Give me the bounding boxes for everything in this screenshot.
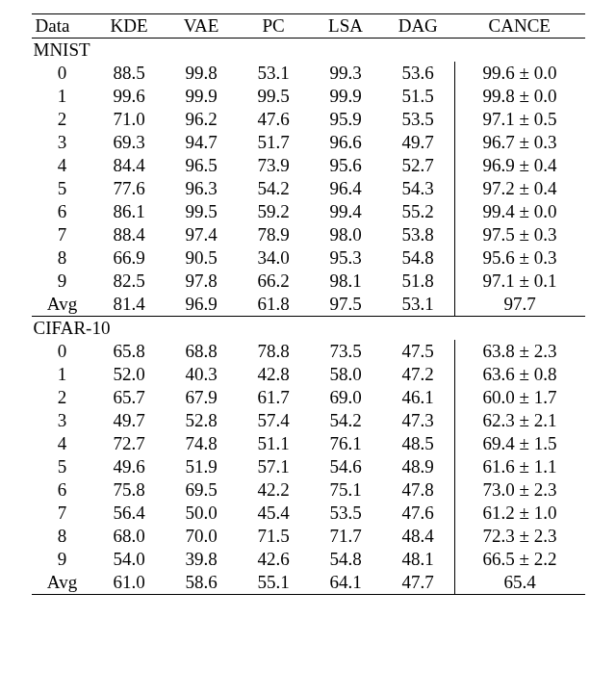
row-label: 7 — [32, 502, 93, 525]
cell-lsa: 64.1 — [310, 571, 382, 595]
row-label: 8 — [32, 525, 93, 548]
cell-kde: 86.1 — [93, 200, 166, 223]
cell-dag: 48.4 — [382, 525, 455, 548]
cell-cance: 61.2 ± 1.0 — [454, 502, 585, 525]
table-row: Avg81.496.961.897.553.197.7 — [32, 293, 585, 317]
table-row: 686.199.559.299.455.299.4 ± 0.0 — [32, 200, 585, 223]
cell-vae: 39.8 — [166, 548, 238, 571]
table-row: 152.040.342.858.047.263.6 ± 0.8 — [32, 363, 585, 386]
table-row: 088.599.853.199.353.699.6 ± 0.0 — [32, 62, 585, 85]
row-label: 3 — [32, 131, 93, 154]
row-label: Avg — [32, 571, 93, 595]
cell-kde: 81.4 — [93, 293, 166, 317]
cell-kde: 49.7 — [93, 409, 166, 432]
cell-kde: 69.3 — [93, 131, 166, 154]
table-row: 484.496.573.995.652.796.9 ± 0.4 — [32, 154, 585, 177]
cell-lsa: 99.4 — [310, 200, 382, 223]
cell-cance: 96.9 ± 0.4 — [454, 154, 585, 177]
cell-vae: 50.0 — [166, 502, 238, 525]
cell-kde: 68.0 — [93, 525, 166, 548]
cell-dag: 46.1 — [382, 386, 455, 409]
cell-vae: 96.2 — [166, 108, 238, 131]
cell-pc: 57.1 — [238, 455, 310, 478]
cell-cance: 66.5 ± 2.2 — [454, 548, 585, 571]
cell-vae: 67.9 — [166, 386, 238, 409]
cell-lsa: 98.1 — [310, 270, 382, 293]
cell-vae: 99.9 — [166, 85, 238, 108]
table-row: 866.990.534.095.354.895.6 ± 0.3 — [32, 246, 585, 270]
table-row: 349.752.857.454.247.362.3 ± 2.1 — [32, 409, 585, 432]
cell-cance: 97.1 ± 0.5 — [454, 108, 585, 131]
cell-lsa: 54.8 — [310, 548, 382, 571]
cell-dag: 53.6 — [382, 62, 455, 85]
cell-vae: 94.7 — [166, 131, 238, 154]
cell-cance: 63.8 ± 2.3 — [454, 340, 585, 363]
row-label: 4 — [32, 432, 93, 455]
cell-vae: 97.8 — [166, 270, 238, 293]
col-header-cance: CANCE — [454, 14, 585, 39]
cell-vae: 96.5 — [166, 154, 238, 177]
cell-cance: 97.1 ± 0.1 — [454, 270, 585, 293]
row-label: 6 — [32, 478, 93, 502]
cell-lsa: 54.6 — [310, 455, 382, 478]
cell-lsa: 76.1 — [310, 432, 382, 455]
cell-lsa: 95.6 — [310, 154, 382, 177]
cell-kde: 88.5 — [93, 62, 166, 85]
row-label: 2 — [32, 386, 93, 409]
cell-kde: 82.5 — [93, 270, 166, 293]
cell-lsa: 98.0 — [310, 223, 382, 246]
col-header-dag: DAG — [382, 14, 455, 39]
table-row: 756.450.045.453.547.661.2 ± 1.0 — [32, 502, 585, 525]
table-row: 472.774.851.176.148.569.4 ± 1.5 — [32, 432, 585, 455]
cell-vae: 99.8 — [166, 62, 238, 85]
table-row: 954.039.842.654.848.166.5 ± 2.2 — [32, 548, 585, 571]
cell-pc: 61.7 — [238, 386, 310, 409]
cell-kde: 56.4 — [93, 502, 166, 525]
section-label: CIFAR-10 — [32, 317, 585, 341]
cell-dag: 53.5 — [382, 108, 455, 131]
table-row: 982.597.866.298.151.897.1 ± 0.1 — [32, 270, 585, 293]
cell-vae: 96.9 — [166, 293, 238, 317]
cell-cance: 97.5 ± 0.3 — [454, 223, 585, 246]
cell-dag: 47.2 — [382, 363, 455, 386]
cell-pc: 59.2 — [238, 200, 310, 223]
cell-pc: 42.6 — [238, 548, 310, 571]
cell-cance: 65.4 — [454, 571, 585, 595]
cell-pc: 73.9 — [238, 154, 310, 177]
cell-lsa: 95.3 — [310, 246, 382, 270]
cell-dag: 48.9 — [382, 455, 455, 478]
cell-dag: 54.8 — [382, 246, 455, 270]
cell-lsa: 96.4 — [310, 177, 382, 200]
cell-lsa: 58.0 — [310, 363, 382, 386]
cell-vae: 69.5 — [166, 478, 238, 502]
cell-cance: 97.7 — [454, 293, 585, 317]
cell-vae: 97.4 — [166, 223, 238, 246]
cell-pc: 55.1 — [238, 571, 310, 595]
cell-cance: 61.6 ± 1.1 — [454, 455, 585, 478]
cell-dag: 54.3 — [382, 177, 455, 200]
header-row: Data KDE VAE PC LSA DAG CANCE — [32, 14, 585, 39]
row-label: 5 — [32, 177, 93, 200]
cell-pc: 57.4 — [238, 409, 310, 432]
cell-pc: 51.7 — [238, 131, 310, 154]
row-label: 6 — [32, 200, 93, 223]
cell-pc: 51.1 — [238, 432, 310, 455]
cell-pc: 61.8 — [238, 293, 310, 317]
cell-lsa: 97.5 — [310, 293, 382, 317]
cell-dag: 47.7 — [382, 571, 455, 595]
cell-lsa: 73.5 — [310, 340, 382, 363]
cell-cance: 95.6 ± 0.3 — [454, 246, 585, 270]
cell-kde: 72.7 — [93, 432, 166, 455]
results-table: Data KDE VAE PC LSA DAG CANCE MNIST088.5… — [32, 13, 585, 595]
cell-pc: 42.2 — [238, 478, 310, 502]
cell-vae: 99.5 — [166, 200, 238, 223]
cell-kde: 54.0 — [93, 548, 166, 571]
cell-vae: 52.8 — [166, 409, 238, 432]
cell-vae: 40.3 — [166, 363, 238, 386]
cell-dag: 55.2 — [382, 200, 455, 223]
cell-pc: 53.1 — [238, 62, 310, 85]
cell-cance: 99.6 ± 0.0 — [454, 62, 585, 85]
table-row: 271.096.247.695.953.597.1 ± 0.5 — [32, 108, 585, 131]
cell-cance: 99.8 ± 0.0 — [454, 85, 585, 108]
cell-cance: 60.0 ± 1.7 — [454, 386, 585, 409]
